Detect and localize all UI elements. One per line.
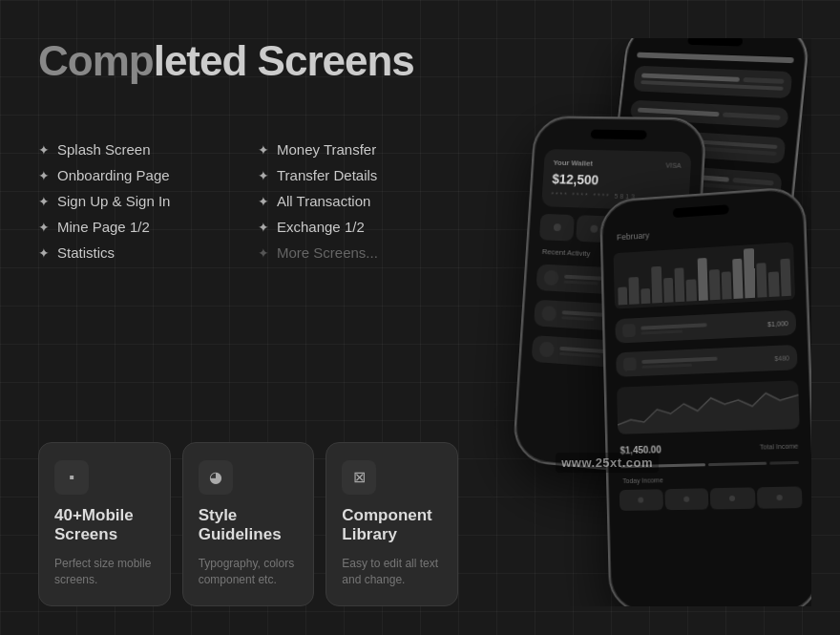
card-title-component: ComponentLibrary [342, 506, 442, 545]
feature-icon-statistics: ✦ [38, 245, 50, 261]
feature-splash: ✦ Splash Screen [38, 141, 239, 158]
card-title-mobile: 40+MobileScreens [54, 506, 155, 545]
feature-signup: ✦ Sign Up & Sign In [38, 193, 239, 209]
feature-transfer-details: ✦ Transfer Details [258, 167, 458, 183]
feature-icon-onboarding: ✦ [38, 168, 50, 183]
feature-label-signup: Sign Up & Sign In [57, 193, 170, 209]
card-desc-style: Typography, colors component etc. [199, 556, 299, 588]
feature-label-all-transaction: All Transaction [277, 193, 370, 209]
screen-card-1 [633, 66, 792, 98]
page-title: Completed Screens [38, 38, 458, 84]
feature-more: ✦ More Screens... [258, 244, 458, 261]
feature-icon-more: ✦ [258, 245, 269, 261]
card-icon-style: ◕ [199, 460, 233, 495]
left-panel: Completed Screens ✦ Splash Screen ✦ Mone… [38, 38, 458, 606]
feature-icon-exchange: ✦ [258, 220, 269, 235]
feature-icon-money-transfer: ✦ [258, 142, 269, 158]
card-icon-mobile: ▪ [54, 460, 89, 495]
feature-label-splash: Splash Screen [57, 141, 151, 158]
chart-area [614, 242, 796, 308]
feature-money-transfer: ✦ Money Transfer [258, 141, 458, 158]
card-style-guidelines: ◕ StyleGuidelines Typography, colors com… [182, 442, 315, 606]
features-grid: ✦ Splash Screen ✦ Money Transfer ✦ Onboa… [38, 141, 458, 261]
phone-notch-front [673, 204, 729, 218]
info-cards-row: ▪ 40+MobileScreens Perfect size mobile s… [38, 442, 458, 606]
feature-exchange: ✦ Exchange 1/2 [258, 219, 458, 235]
feature-all-transaction: ✦ All Transaction [258, 193, 458, 209]
title-highlight: leted Screens [154, 37, 414, 84]
card-icon-component: ⊠ [342, 460, 376, 495]
feature-label-transfer-details: Transfer Details [277, 167, 377, 183]
feature-label-more: More Screens... [277, 244, 378, 261]
feature-mine: ✦ Mine Page 1/2 [38, 219, 239, 235]
card-desc-mobile: Perfect size mobile screens. [54, 556, 155, 588]
feature-icon-transfer-details: ✦ [258, 168, 269, 183]
phones-panel: Your Wallet VISA $12,500 **** **** **** … [458, 38, 811, 606]
feature-icon-signup: ✦ [38, 194, 50, 209]
phone-front: February $1,000 [599, 186, 811, 606]
card-title-style: StyleGuidelines [199, 506, 299, 545]
feature-label-statistics: Statistics [57, 244, 115, 261]
feature-onboarding: ✦ Onboarding Page [38, 167, 239, 183]
feature-icon-splash: ✦ [38, 142, 50, 158]
phone-notch-mid [590, 130, 646, 140]
phone-notch-back [687, 38, 743, 47]
feature-icon-mine: ✦ [38, 220, 50, 235]
screen-bar-1 [637, 53, 794, 64]
card-desc-component: Easy to edit all text and change. [342, 556, 442, 588]
feature-label-onboarding: Onboarding Page [57, 167, 170, 183]
feature-label-mine: Mine Page 1/2 [57, 219, 150, 235]
feature-label-exchange: Exchange 1/2 [277, 219, 365, 235]
feature-statistics: ✦ Statistics [38, 244, 239, 261]
card-mobile-screens: ▪ 40+MobileScreens Perfect size mobile s… [38, 442, 171, 606]
feature-label-money-transfer: Money Transfer [277, 141, 376, 158]
title-prefix: Comp [38, 37, 154, 84]
card-component-library: ⊠ ComponentLibrary Easy to edit all text… [326, 442, 458, 606]
feature-icon-all-transaction: ✦ [258, 194, 269, 209]
watermark: www.25xt.com [556, 453, 659, 473]
